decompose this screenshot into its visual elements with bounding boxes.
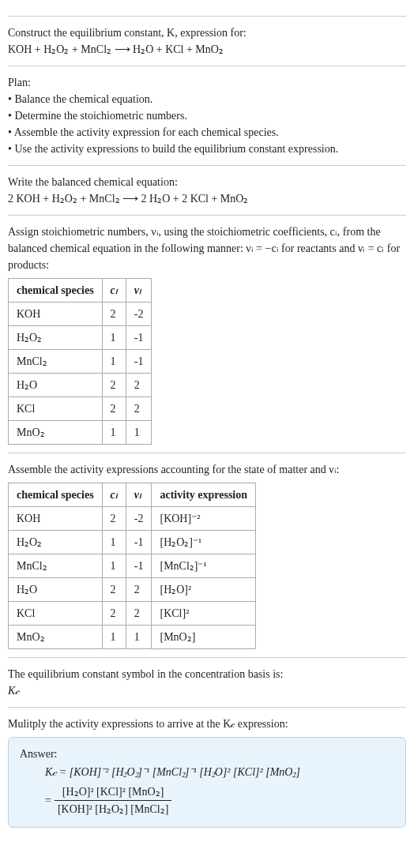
table-row: MnO₂11[MnO₂]: [9, 626, 256, 649]
cell-v: -1: [126, 554, 152, 578]
symbol-kc: K𝒸: [8, 682, 406, 699]
answer-body: K𝒸 = [KOH]⁻² [H₂O₂]⁻¹ [MnCl₂]⁻¹ [H₂O]² […: [20, 762, 394, 819]
table-row: H₂O₂1-1[H₂O₂]⁻¹: [9, 531, 256, 554]
plan-bullet: • Assemble the activity expression for e…: [8, 124, 406, 141]
plan-bullet-text: Determine the stoichiometric numbers.: [14, 110, 187, 122]
cell-species: MnO₂: [9, 421, 103, 445]
table-row: KCl22[KCl]²: [9, 602, 256, 626]
plan-bullet-text: Assemble the activity expression for eac…: [14, 126, 279, 138]
intro-section: Construct the equilibrium constant, K, e…: [8, 16, 406, 58]
table-header-row: chemical species cᵢ νᵢ: [9, 279, 152, 302]
col-c: cᵢ: [102, 279, 126, 302]
symbol-section: The equilibrium constant symbol in the c…: [8, 657, 406, 699]
cell-v: -1: [126, 326, 152, 350]
cell-v: -2: [126, 507, 152, 531]
activity-section: Assemble the activity expressions accoun…: [8, 453, 406, 649]
cell-expr: [H₂O₂]⁻¹: [152, 531, 256, 554]
cell-c: 1: [102, 350, 126, 374]
stoich-intro: Assign stoichiometric numbers, νᵢ, using…: [8, 224, 406, 273]
cell-v: 2: [126, 374, 152, 397]
cell-c: 2: [102, 507, 126, 531]
cell-v: -1: [126, 350, 152, 374]
cell-expr: [KOH]⁻²: [152, 507, 256, 531]
col-species: chemical species: [9, 483, 103, 507]
table-row: MnCl₂1-1[MnCl₂]⁻¹: [9, 554, 256, 578]
answer-fraction: [H₂O]² [KCl]² [MnO₂] [KOH]² [H₂O₂] [MnCl…: [55, 783, 171, 817]
table-header-row: chemical species cᵢ νᵢ activity expressi…: [9, 483, 256, 507]
plan-section: Plan: • Balance the chemical equation. •…: [8, 66, 406, 157]
fraction-numerator: [H₂O]² [KCl]² [MnO₂]: [55, 783, 171, 801]
activity-table: chemical species cᵢ νᵢ activity expressi…: [8, 483, 256, 649]
cell-c: 2: [102, 602, 126, 626]
cell-expr: [MnO₂]: [152, 626, 256, 649]
cell-c: 2: [102, 397, 126, 421]
cell-v: 2: [126, 578, 152, 602]
answer-product: K𝒸 = [KOH]⁻² [H₂O₂]⁻¹ [MnCl₂]⁻¹ [H₂O]² […: [45, 764, 300, 780]
table-row: H₂O22: [9, 374, 152, 397]
cell-v: -1: [126, 531, 152, 554]
cell-c: 1: [102, 626, 126, 649]
cell-species: H₂O₂: [9, 326, 103, 350]
cell-species: MnCl₂: [9, 554, 103, 578]
unbalanced-reaction: KOH + H₂O₂ + MnCl₂ ⟶ H₂O + KCl + MnO₂: [8, 41, 406, 58]
intro-line: Construct the equilibrium constant, K, e…: [8, 24, 406, 41]
answer-title: Answer:: [20, 746, 394, 762]
cell-species: H₂O: [9, 374, 103, 397]
table-row: KCl22: [9, 397, 152, 421]
col-v: νᵢ: [126, 279, 152, 302]
cell-v: 1: [126, 421, 152, 445]
col-expr: activity expression: [152, 483, 256, 507]
table-row: KOH2-2: [9, 302, 152, 326]
cell-v: 2: [126, 602, 152, 626]
cell-species: KOH: [9, 302, 103, 326]
table-row: H₂O22[H₂O]²: [9, 578, 256, 602]
balanced-title: Write the balanced chemical equation:: [8, 174, 406, 190]
equals-sign: =: [45, 792, 51, 809]
cell-v: -2: [126, 302, 152, 326]
balanced-equation: 2 KOH + H₂O₂ + MnCl₂ ⟶ 2 H₂O + 2 KCl + M…: [8, 190, 406, 207]
multiply-section: Mulitply the activity expressions to arr…: [8, 707, 406, 828]
table-row: MnO₂11: [9, 421, 152, 445]
cell-expr: [KCl]²: [152, 602, 256, 626]
cell-c: 2: [102, 302, 126, 326]
plan-bullet-text: Use the activity expressions to build th…: [14, 143, 338, 155]
cell-species: KCl: [9, 602, 103, 626]
col-species: chemical species: [9, 279, 103, 302]
table-row: H₂O₂1-1: [9, 326, 152, 350]
col-v: νᵢ: [126, 483, 152, 507]
cell-expr: [H₂O]²: [152, 578, 256, 602]
cell-c: 2: [102, 578, 126, 602]
cell-species: H₂O₂: [9, 531, 103, 554]
cell-species: KOH: [9, 507, 103, 531]
plan-title: Plan:: [8, 74, 406, 91]
cell-c: 1: [102, 421, 126, 445]
stoich-table: chemical species cᵢ νᵢ KOH2-2 H₂O₂1-1 Mn…: [8, 278, 152, 445]
table-row: KOH2-2[KOH]⁻²: [9, 507, 256, 531]
cell-species: KCl: [9, 397, 103, 421]
intro-text: Construct the equilibrium constant, K, e…: [8, 27, 247, 39]
table-row: MnCl₂1-1: [9, 350, 152, 374]
cell-species: MnCl₂: [9, 350, 103, 374]
cell-c: 1: [102, 554, 126, 578]
fraction-denominator: [KOH]² [H₂O₂] [MnCl₂]: [55, 801, 171, 817]
plan-bullet-text: Balance the chemical equation.: [14, 93, 152, 105]
stoich-section: Assign stoichiometric numbers, νᵢ, using…: [8, 215, 406, 445]
col-c: cᵢ: [102, 483, 126, 507]
balanced-section: Write the balanced chemical equation: 2 …: [8, 165, 406, 207]
plan-bullet: • Use the activity expressions to build …: [8, 141, 406, 157]
answer-box: Answer: K𝒸 = [KOH]⁻² [H₂O₂]⁻¹ [MnCl₂]⁻¹ …: [8, 737, 406, 828]
cell-species: MnO₂: [9, 626, 103, 649]
answer-fraction-line: = [H₂O]² [KCl]² [MnO₂] [KOH]² [H₂O₂] [Mn…: [45, 782, 394, 819]
cell-species: H₂O: [9, 578, 103, 602]
symbol-line1: The equilibrium constant symbol in the c…: [8, 666, 406, 682]
cell-v: 1: [126, 626, 152, 649]
plan-bullet: • Determine the stoichiometric numbers.: [8, 107, 406, 124]
multiply-intro: Mulitply the activity expressions to arr…: [8, 716, 406, 732]
cell-expr: [MnCl₂]⁻¹: [152, 554, 256, 578]
cell-c: 2: [102, 374, 126, 397]
cell-c: 1: [102, 326, 126, 350]
plan-bullet: • Balance the chemical equation.: [8, 91, 406, 107]
cell-c: 1: [102, 531, 126, 554]
cell-v: 2: [126, 397, 152, 421]
activity-intro: Assemble the activity expressions accoun…: [8, 461, 406, 478]
